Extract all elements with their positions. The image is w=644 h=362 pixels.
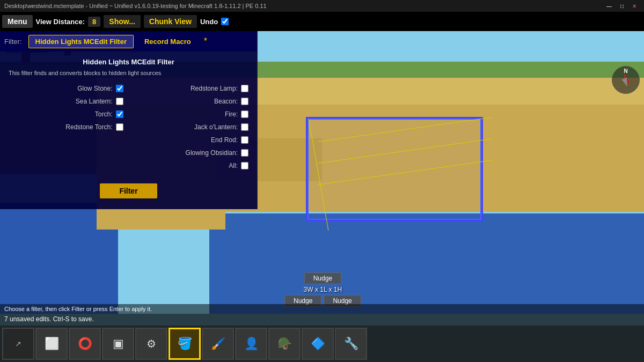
- filter-row-redtorch: Redstone Torch:: [9, 123, 123, 131]
- tool-5-icon: 🖌️: [211, 337, 225, 351]
- filter-close-btn[interactable]: *: [204, 36, 207, 46]
- nudge-top-button[interactable]: Nudge: [304, 272, 341, 284]
- beacon-checkbox[interactable]: [241, 98, 248, 105]
- filter-row-all: All:: [134, 162, 249, 169]
- glowobs-label: Glowing Obsidian:: [134, 149, 238, 157]
- tool-3-icon: ⚙: [147, 337, 156, 350]
- minimize-button[interactable]: —: [603, 3, 615, 9]
- filter-panel: Filter: Hidden Lights MCEdit Filter Reco…: [0, 31, 258, 209]
- filter-content-title: Hidden Lights MCEdit Filter: [9, 58, 248, 66]
- filter-content-desc: This filter finds and converts blocks to…: [9, 69, 248, 77]
- tool-6[interactable]: 👤: [235, 328, 267, 360]
- tool-0-icon: ⬜: [45, 337, 59, 351]
- filter-row-jackolantern: Jack o'Lantern:: [134, 123, 249, 131]
- menu-button[interactable]: Menu: [2, 15, 33, 28]
- tool-1[interactable]: ⭕: [69, 328, 101, 360]
- bottom-hint: Choose a filter, then click Filter or pr…: [0, 304, 644, 314]
- game-area: N Filter: Hidden Lights MCEdit Filter Re…: [0, 31, 644, 362]
- menubar: Menu View Distance: 8 Show... Chunk View…: [0, 12, 644, 31]
- torch-label: Torch:: [9, 110, 113, 118]
- tool-strip: ↗ ⬜ ⭕ ▣ ⚙ 🪣 🖌️ 👤: [0, 326, 644, 362]
- sel-bottom: [308, 219, 481, 220]
- undo-check-input[interactable]: [221, 18, 229, 25]
- filter-row-fire: Fire:: [134, 110, 249, 118]
- filter-row-glowstone: Glow Stone:: [9, 85, 123, 92]
- water: [209, 213, 644, 314]
- view-distance-value: 8: [88, 17, 100, 27]
- filter-tabs: Filter: Hidden Lights MCEdit Filter Reco…: [0, 31, 257, 51]
- fire-label: Fire:: [134, 110, 238, 118]
- tool-9[interactable]: 🔧: [335, 328, 367, 360]
- sel-inner-v1: [309, 119, 329, 231]
- selection-box: [306, 117, 483, 221]
- jackolantern-label: Jack o'Lantern:: [134, 123, 238, 131]
- filter-btn-row: Filter: [9, 183, 248, 198]
- view-distance-label: View Distance:: [36, 18, 85, 26]
- hint-text: Choose a filter, then click Filter or pr…: [4, 306, 152, 312]
- endrod-checkbox[interactable]: [241, 136, 248, 144]
- redlamp-label: Redstone Lamp:: [134, 85, 238, 92]
- filter-row-torch: Torch:: [9, 110, 123, 118]
- status-text: 7 unsaved edits. Ctrl-S to save.: [4, 315, 94, 323]
- all-label: All:: [134, 162, 238, 169]
- close-button[interactable]: ✕: [629, 3, 640, 9]
- tool-5[interactable]: 🖌️: [202, 328, 234, 360]
- tool-0[interactable]: ⬜: [35, 328, 68, 360]
- tool-2[interactable]: ▣: [102, 328, 134, 360]
- glowstone-label: Glow Stone:: [9, 85, 113, 92]
- tool-8-icon: 🔷: [311, 337, 325, 351]
- tool-7[interactable]: 🪖: [268, 328, 301, 360]
- jackolantern-checkbox[interactable]: [241, 123, 248, 131]
- sel-top: [308, 119, 481, 120]
- redlamp-checkbox[interactable]: [241, 85, 248, 92]
- beacon-label: Beacon:: [134, 98, 238, 105]
- tool-1-icon: ⭕: [78, 337, 92, 351]
- undo-label: Undo: [200, 18, 218, 26]
- titlebar: Desktop\westwind.mctemplate - Unified ~ …: [0, 0, 644, 12]
- filter-tab-2[interactable]: Record Macro: [138, 35, 197, 48]
- fire-checkbox[interactable]: [241, 110, 248, 118]
- filter-row-endrod: End Rod:: [134, 136, 249, 144]
- filter-row-glowobs: Glowing Obsidian:: [134, 149, 249, 157]
- filter-columns: Glow Stone: Sea Lantern: Torch: Redstone…: [9, 85, 248, 175]
- tool-4[interactable]: 🪣: [169, 328, 201, 360]
- compass: N: [612, 66, 640, 94]
- sel-inner-mid1: [318, 138, 492, 164]
- filter-col-left: Glow Stone: Sea Lantern: Torch: Redstone…: [9, 85, 123, 175]
- filter-apply-button[interactable]: Filter: [100, 183, 157, 198]
- tool-6-icon: 👤: [244, 337, 259, 351]
- filter-row-beacon: Beacon:: [134, 98, 249, 105]
- sel-inner-mid2: [318, 160, 492, 185]
- filter-row-sealantern: Sea Lantern:: [9, 98, 123, 105]
- filter-tab-1[interactable]: Hidden Lights MCEdit Filter: [28, 35, 134, 48]
- status-bar: 7 unsaved edits. Ctrl-S to save.: [0, 314, 644, 326]
- endrod-label: End Rod:: [134, 136, 238, 144]
- chunk-view-button[interactable]: Chunk View: [144, 15, 197, 28]
- sealantern-checkbox[interactable]: [116, 98, 123, 105]
- titlebar-controls: — □ ✕: [603, 3, 640, 9]
- tool-8[interactable]: 🔷: [302, 328, 334, 360]
- tool-7-icon: 🪖: [277, 337, 292, 351]
- nudge-area: Nudge 3W x 1L x 1H Nudge Nudge: [284, 272, 361, 307]
- sel-inner-top: [318, 117, 492, 142]
- arrow-icon: ↗: [15, 339, 21, 348]
- filter-content: Hidden Lights MCEdit Filter This filter …: [0, 51, 257, 209]
- tool-arrow[interactable]: ↗: [2, 328, 34, 360]
- torch-checkbox[interactable]: [116, 110, 123, 118]
- filter-row-redlamp: Redstone Lamp:: [134, 85, 249, 92]
- glowobs-checkbox[interactable]: [241, 149, 248, 157]
- bottom-toolbar: 7 unsaved edits. Ctrl-S to save. ↗ ⬜ ⭕ ▣…: [0, 314, 644, 362]
- undo-checkbox[interactable]: [221, 18, 229, 25]
- tool-2-icon: ▣: [113, 337, 124, 351]
- titlebar-title: Desktop\westwind.mctemplate - Unified ~ …: [4, 3, 267, 9]
- redtorch-checkbox[interactable]: [116, 123, 123, 131]
- tool-3[interactable]: ⚙: [135, 328, 167, 360]
- all-checkbox[interactable]: [241, 162, 248, 169]
- glowstone-checkbox[interactable]: [116, 85, 123, 92]
- tool-4-icon: 🪣: [178, 337, 192, 351]
- nudge-size-label: 3W x 1L x 1H: [304, 286, 342, 293]
- maximize-button[interactable]: □: [617, 3, 627, 9]
- sel-right: [480, 119, 481, 220]
- show-button[interactable]: Show...: [104, 15, 140, 28]
- tool-9-icon: 🔧: [344, 337, 358, 351]
